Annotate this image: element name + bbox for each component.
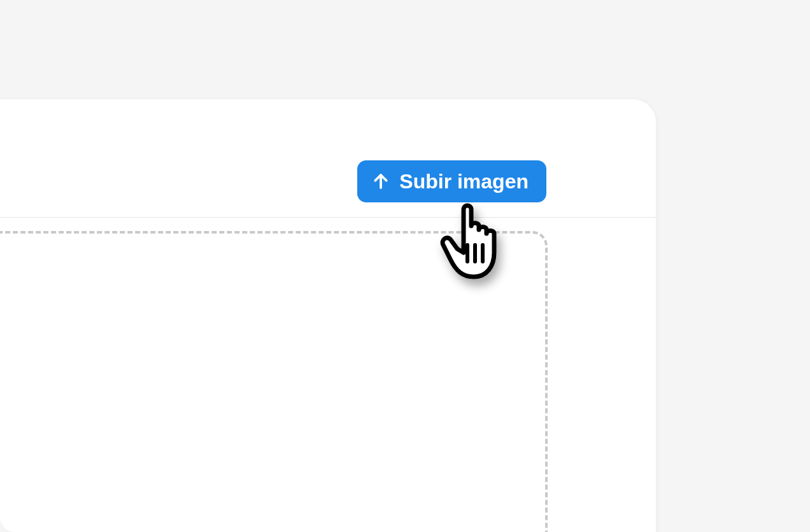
image-dropzone[interactable]: [0, 231, 548, 532]
upload-button-label: Subir imagen: [399, 169, 529, 193]
upload-panel: Subir imagen: [0, 99, 656, 532]
panel-header: Subir imagen: [0, 99, 656, 218]
upload-image-button[interactable]: Subir imagen: [357, 160, 546, 202]
upload-arrow-icon: [371, 172, 390, 191]
